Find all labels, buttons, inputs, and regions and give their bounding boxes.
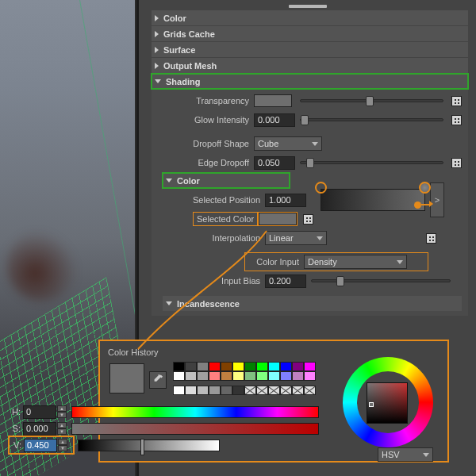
palette-swatch[interactable] bbox=[185, 362, 197, 371]
eyedropper-button[interactable] bbox=[149, 371, 167, 389]
h-spinner[interactable]: ▲▼ bbox=[23, 405, 67, 419]
section-header-color[interactable]: Color bbox=[152, 10, 468, 25]
history-swatch[interactable] bbox=[185, 386, 197, 395]
palette-swatch[interactable] bbox=[304, 362, 316, 371]
interpolation-select[interactable]: Linear bbox=[265, 231, 327, 245]
history-swatch[interactable] bbox=[232, 386, 244, 395]
section-header-incandescence[interactable]: Incandescence bbox=[163, 296, 462, 311]
map-button[interactable] bbox=[303, 214, 313, 225]
ramp-selected-indicator bbox=[414, 202, 421, 209]
s-spinner[interactable]: ▲▼ bbox=[23, 422, 67, 436]
palette-swatch[interactable] bbox=[221, 371, 232, 381]
transparency-slider[interactable] bbox=[300, 99, 443, 102]
glow-intensity-slider[interactable] bbox=[300, 118, 443, 121]
palette-swatch[interactable] bbox=[244, 362, 256, 371]
label-transparency: Transparency bbox=[155, 96, 254, 106]
color-ramp[interactable] bbox=[321, 189, 425, 211]
panel-grip[interactable] bbox=[139, 3, 476, 10]
section-header-grids-cache[interactable]: Grids Cache bbox=[152, 26, 468, 41]
spin-up-icon[interactable]: ▲ bbox=[57, 422, 67, 428]
sv-indicator bbox=[369, 402, 374, 407]
history-swatch[interactable] bbox=[304, 386, 316, 395]
row-saturation: S: ▲▼ bbox=[10, 420, 319, 436]
history-swatch[interactable] bbox=[292, 386, 304, 395]
palette-swatch[interactable] bbox=[197, 371, 209, 381]
palette-swatch[interactable] bbox=[244, 371, 256, 381]
history-swatch[interactable] bbox=[280, 386, 292, 395]
row-color-input: Color Input Density bbox=[245, 253, 428, 271]
selected-position-field[interactable] bbox=[265, 194, 306, 207]
row-edge-dropoff: Edge Dropoff bbox=[155, 154, 462, 171]
palette-swatch[interactable] bbox=[256, 371, 268, 381]
history-swatch[interactable] bbox=[244, 386, 256, 395]
v-field[interactable] bbox=[24, 439, 57, 452]
map-button[interactable] bbox=[451, 158, 462, 168]
chevron-down-icon bbox=[155, 79, 161, 83]
input-bias-slider[interactable] bbox=[311, 279, 451, 282]
section-label: Shading bbox=[166, 77, 200, 86]
input-bias-field[interactable] bbox=[265, 274, 306, 288]
selected-color-swatch[interactable] bbox=[259, 213, 297, 225]
palette-swatch[interactable] bbox=[292, 371, 304, 381]
color-mode-select[interactable]: HSV bbox=[378, 447, 433, 462]
label-dropoff-shape: Dropoff Shape bbox=[155, 139, 254, 148]
section-header-output-mesh[interactable]: Output Mesh bbox=[152, 58, 468, 73]
viewport-fluid-preview bbox=[6, 230, 78, 301]
palette-swatch[interactable] bbox=[256, 362, 268, 371]
palette-swatch[interactable] bbox=[232, 371, 244, 381]
history-swatch[interactable] bbox=[173, 386, 185, 395]
chevron-right-icon bbox=[155, 15, 159, 21]
history-swatch[interactable] bbox=[197, 386, 209, 395]
section-header-shading[interactable]: Shading bbox=[152, 74, 468, 89]
palette-swatch[interactable] bbox=[173, 371, 185, 381]
palette-swatch[interactable] bbox=[280, 371, 292, 381]
spin-up-icon[interactable]: ▲ bbox=[57, 405, 67, 412]
s-field[interactable] bbox=[23, 422, 56, 436]
val-gradient-slider[interactable] bbox=[78, 440, 220, 451]
palette-swatch[interactable] bbox=[268, 362, 280, 371]
map-button[interactable] bbox=[451, 96, 462, 106]
ramp-handle-marker bbox=[419, 182, 431, 194]
palette-swatch[interactable] bbox=[268, 371, 280, 381]
h-field[interactable] bbox=[23, 405, 56, 419]
palette-swatch[interactable] bbox=[280, 362, 292, 371]
transparency-swatch[interactable] bbox=[254, 94, 292, 107]
palette-swatch[interactable] bbox=[232, 362, 244, 371]
v-spinner[interactable]: ▲▼ bbox=[24, 439, 67, 452]
map-button[interactable] bbox=[451, 115, 462, 125]
section-label: Output Mesh bbox=[163, 61, 217, 71]
spin-down-icon[interactable]: ▼ bbox=[57, 428, 67, 435]
row-value: V: ▲▼ bbox=[10, 437, 73, 453]
current-color-swatch[interactable] bbox=[109, 363, 144, 393]
section-header-surface[interactable]: Surface bbox=[152, 42, 468, 57]
spin-down-icon[interactable]: ▼ bbox=[57, 412, 67, 418]
sat-gradient-slider[interactable] bbox=[71, 423, 319, 435]
palette-swatch[interactable] bbox=[197, 362, 209, 371]
color-input-select[interactable]: Density bbox=[304, 255, 407, 269]
map-button[interactable] bbox=[426, 233, 436, 244]
history-swatch[interactable] bbox=[268, 386, 280, 395]
glow-intensity-field[interactable] bbox=[254, 113, 295, 127]
palette-swatch[interactable] bbox=[173, 362, 185, 371]
dropoff-shape-select[interactable]: Cube bbox=[254, 136, 322, 151]
spin-up-icon[interactable]: ▲ bbox=[58, 439, 67, 445]
edge-dropoff-field[interactable] bbox=[254, 156, 295, 170]
edge-dropoff-slider[interactable] bbox=[300, 161, 443, 164]
spin-down-icon[interactable]: ▼ bbox=[58, 445, 67, 451]
palette-swatch[interactable] bbox=[292, 362, 304, 371]
section-header-color-sub[interactable]: Color bbox=[163, 173, 290, 188]
history-swatch[interactable] bbox=[209, 386, 221, 395]
row-selected-position: Selected Position > bbox=[166, 191, 455, 209]
palette-swatch[interactable] bbox=[209, 371, 221, 381]
palette-swatch[interactable] bbox=[304, 371, 316, 381]
ramp-handle-marker bbox=[315, 182, 327, 194]
ramp-next-button[interactable]: > bbox=[430, 182, 444, 217]
history-swatch[interactable] bbox=[256, 386, 268, 395]
color-sv-box[interactable] bbox=[367, 382, 408, 424]
palette-swatch[interactable] bbox=[185, 371, 197, 381]
chevron-right-icon: > bbox=[435, 195, 440, 205]
palette-swatch[interactable] bbox=[209, 362, 221, 371]
palette-swatch[interactable] bbox=[221, 362, 232, 371]
history-swatch[interactable] bbox=[221, 386, 232, 395]
hue-gradient-slider[interactable] bbox=[71, 406, 319, 418]
